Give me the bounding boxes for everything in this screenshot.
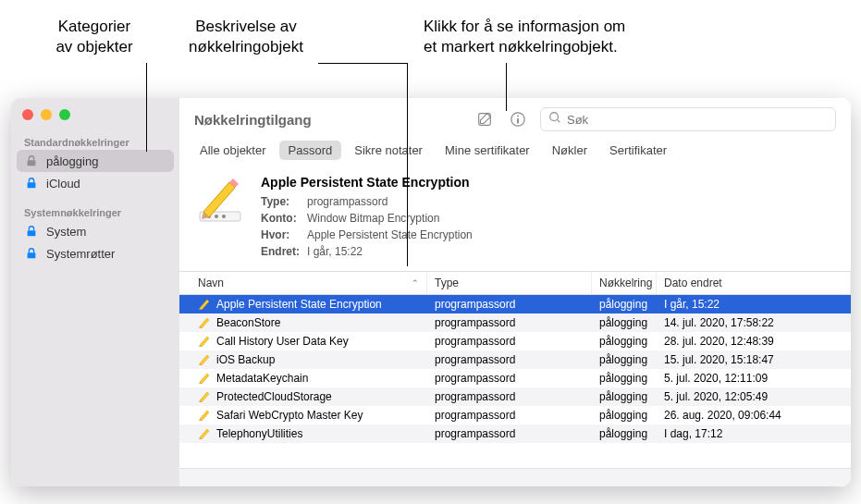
detail-type-value: programpassord [307,193,387,210]
row-type: programpassord [427,333,592,350]
row-ring: pålogging [592,314,657,331]
search-input[interactable] [567,113,828,127]
row-ring: pålogging [592,351,657,368]
detail-panel: Apple Persistent State Encryption Type:p… [179,167,851,271]
sidebar-item-login[interactable]: pålogging [17,150,174,172]
items-table: Navn⌃ Type Nøkkelring Dato endret Apple … [179,271,851,468]
tab-all[interactable]: Alle objekter [191,141,276,160]
row-type: programpassord [427,388,592,405]
svg-rect-0 [28,160,36,166]
row-ring: pålogging [592,388,657,405]
row-type: programpassord [427,351,592,368]
table-row[interactable]: ProtectedCloudStorage programpassord pål… [179,387,851,406]
lock-icon [24,176,39,191]
row-ring: pålogging [592,425,657,442]
search-icon [548,111,561,128]
svg-point-13 [222,215,226,218]
sidebar-header-system: Systemnøkkelringer [11,202,179,220]
row-name: Call History User Data Key [216,335,349,348]
svg-point-8 [550,113,559,121]
detail-type-label: Type: [261,193,301,210]
password-row-icon [198,409,211,422]
row-name: Apple Persistent State Encryption [216,298,382,311]
minimize-button[interactable] [41,109,52,120]
sidebar-item-label: Systemrøtter [46,247,115,261]
toolbar: Nøkkelringtilgang [179,98,851,141]
col-header-type[interactable]: Type [427,272,592,294]
row-date: 26. aug. 2020, 09:06:44 [657,407,851,424]
row-ring: pålogging [592,407,657,424]
table-body: Apple Persistent State Encryption progra… [179,295,851,468]
detail-account-value: Window Bitmap Encryption [307,210,439,227]
row-type: programpassord [427,407,592,424]
keychain-window: Standardnøkkelringer pålogging iCloud Sy… [11,98,851,486]
row-ring: pålogging [592,333,657,350]
table-row[interactable]: Call History User Data Key programpassor… [179,332,851,350]
password-row-icon [198,372,211,385]
table-row[interactable]: Apple Persistent State Encryption progra… [179,295,851,313]
svg-rect-3 [28,252,36,258]
row-date: 15. jul. 2020, 15:18:47 [657,351,851,368]
svg-rect-7 [517,118,519,123]
table-row[interactable]: BeaconStore programpassord pålogging 14.… [179,313,851,332]
row-name: TelephonyUtilities [216,427,302,440]
sort-asc-icon: ⌃ [412,278,419,288]
table-row[interactable]: iOS Backup programpassord pålogging 15. … [179,350,851,369]
table-row[interactable]: Safari WebCrypto Master Key programpasso… [179,406,851,424]
sidebar-item-icloud[interactable]: iCloud [11,172,179,194]
row-date: 14. jul. 2020, 17:58:22 [657,314,851,331]
close-button[interactable] [22,109,33,120]
detail-title: Apple Persistent State Encryption [261,175,836,190]
row-ring: pålogging [592,296,657,313]
col-header-date[interactable]: Dato endret [657,272,851,294]
compose-button[interactable] [474,108,496,130]
svg-point-12 [215,215,218,218]
svg-point-6 [517,116,519,117]
detail-account-label: Konto: [261,210,301,227]
tab-certs[interactable]: Sertifikater [600,141,676,160]
row-date: I dag, 17:12 [657,425,851,442]
category-tabs: Alle objekter Passord Sikre notater Mine… [179,141,851,167]
sidebar-item-system[interactable]: System [11,220,179,242]
table-row[interactable]: TelephonyUtilities programpassord pålogg… [179,424,851,443]
window-title: Nøkkelringtilgang [194,112,462,128]
lock-icon [24,224,39,239]
tab-notes[interactable]: Sikre notater [345,141,432,160]
tab-keys[interactable]: Nøkler [543,141,597,160]
row-date: 5. jul. 2020, 12:05:49 [657,388,851,405]
tab-passwords[interactable]: Passord [279,141,342,160]
password-row-icon [198,335,211,348]
svg-line-9 [558,120,560,123]
lock-icon [24,154,39,168]
col-header-name[interactable]: Navn⌃ [191,272,427,294]
svg-rect-1 [28,182,36,188]
sidebar: Standardnøkkelringer pålogging iCloud Sy… [11,98,179,486]
sidebar-item-label: System [46,225,86,239]
col-header-ring[interactable]: Nøkkelring [592,272,657,294]
row-name: ProtectedCloudStorage [216,390,332,403]
info-button[interactable] [507,108,529,130]
sidebar-header-default: Standardnøkkelringer [11,131,179,150]
row-type: programpassord [427,370,592,387]
row-name: Safari WebCrypto Master Key [216,409,363,422]
password-row-icon [198,390,211,403]
table-header: Navn⌃ Type Nøkkelring Dato endret [179,271,851,295]
password-row-icon [198,353,211,366]
table-row[interactable]: MetadataKeychain programpassord påloggin… [179,369,851,387]
search-box[interactable] [540,107,836,131]
row-name: MetadataKeychain [216,372,308,385]
footer-bar [179,468,851,486]
sidebar-item-label: pålogging [46,154,98,168]
tab-mycerts[interactable]: Mine sertifikater [436,141,539,160]
lock-icon [24,246,39,261]
row-date: 5. jul. 2020, 12:11:09 [657,370,851,387]
sidebar-item-roots[interactable]: Systemrøtter [11,242,179,264]
row-type: programpassord [427,296,592,313]
fullscreen-button[interactable] [59,109,70,120]
sidebar-item-label: iCloud [46,177,80,191]
password-icon [194,175,246,227]
row-name: BeaconStore [216,316,280,329]
password-row-icon [198,298,211,311]
password-row-icon [198,316,211,329]
detail-where-label: Hvor: [261,227,301,243]
